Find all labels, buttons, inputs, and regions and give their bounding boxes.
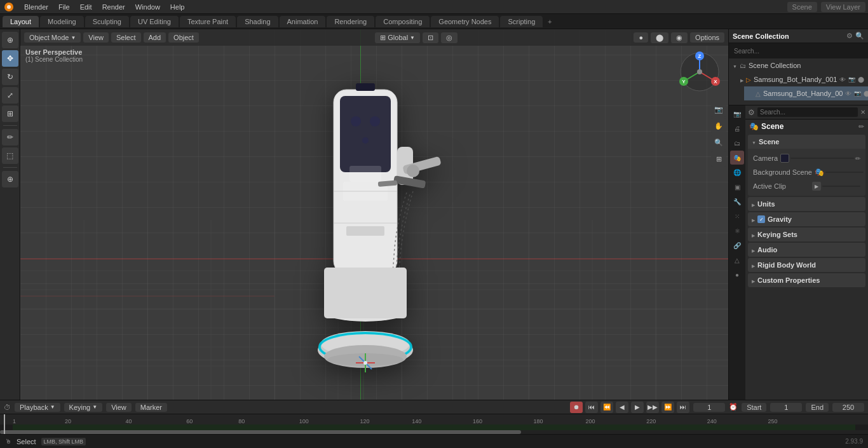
render-icon-000[interactable]: ⬤ xyxy=(864,90,868,97)
end-frame-input[interactable]: 250 xyxy=(832,403,864,412)
search-icon[interactable]: 🔍 xyxy=(855,32,864,40)
cursor-tool[interactable]: ⊕ xyxy=(2,32,18,48)
menu-edit[interactable]: Edit xyxy=(75,2,97,12)
add-workspace-tab[interactable]: + xyxy=(544,16,555,27)
record-btn[interactable]: ⏺ xyxy=(570,402,583,413)
tab-rendering[interactable]: Rendering xyxy=(327,16,374,27)
add-object-tool[interactable]: ⊕ xyxy=(2,171,18,187)
overlay-btn[interactable]: ⬤ xyxy=(651,32,668,43)
rotate-tool[interactable]: ↻ xyxy=(2,69,18,85)
props-data-btn[interactable]: △ xyxy=(730,253,744,267)
active-clip-value[interactable] xyxy=(822,186,860,187)
menu-blender[interactable]: Blender xyxy=(19,2,53,12)
props-render-btn[interactable]: 📷 xyxy=(730,107,744,121)
viewport-3d[interactable]: Object Mode ▼ View Select Add Object ⊞ G… xyxy=(20,29,728,400)
prev-keyframe-btn[interactable]: ⏪ xyxy=(600,402,613,413)
select-menu-btn[interactable]: Select xyxy=(111,32,141,43)
next-keyframe-btn[interactable]: ⏩ xyxy=(661,402,674,413)
scale-tool[interactable]: ⤢ xyxy=(2,87,18,104)
gravity-section-header[interactable]: Gravity xyxy=(748,212,865,226)
tab-texture-paint[interactable]: Texture Paint xyxy=(180,16,236,27)
zoom-btn[interactable]: 🔍 xyxy=(711,135,726,150)
menu-render[interactable]: Render xyxy=(97,2,130,12)
marker-btn[interactable]: Marker xyxy=(135,403,167,412)
camera-edit-icon[interactable]: ✏ xyxy=(855,155,860,162)
viewport-shading-btn[interactable]: ● xyxy=(634,32,648,43)
view-btn[interactable]: View xyxy=(106,403,132,412)
transform-tool[interactable]: ⊞ xyxy=(2,105,18,122)
rigid-body-header[interactable]: Rigid Body World xyxy=(748,258,865,272)
audio-header[interactable]: Audio xyxy=(748,243,865,257)
options-btn[interactable]: Options xyxy=(690,32,724,43)
current-frame-input[interactable]: 1 xyxy=(693,403,725,412)
props-close-icon[interactable]: ✕ xyxy=(860,109,865,116)
object-menu-btn[interactable]: Object xyxy=(168,32,199,43)
props-scene-btn[interactable]: 🎭 xyxy=(730,151,744,165)
keying-sets-header[interactable]: Keying Sets xyxy=(748,227,865,241)
tab-layout[interactable]: Layout xyxy=(3,16,39,27)
keying-btn[interactable]: Keying ▼ xyxy=(64,403,103,412)
menu-window[interactable]: Window xyxy=(130,2,165,12)
tab-shading[interactable]: Shading xyxy=(237,16,278,27)
snap-btn[interactable]: ⊡ xyxy=(423,32,438,43)
bg-scene-value[interactable] xyxy=(825,172,864,173)
scene-section-header[interactable]: Scene xyxy=(748,135,865,149)
camera-restrict-icon-001[interactable]: 📷 xyxy=(848,76,855,83)
props-particles-btn[interactable]: ⁙ xyxy=(730,209,744,223)
tab-scripting[interactable]: Scripting xyxy=(500,16,543,27)
quad-view-btn[interactable]: ⊞ xyxy=(711,151,726,166)
menu-help[interactable]: Help xyxy=(165,2,190,12)
visibility-icon-000[interactable]: 👁 xyxy=(845,90,851,97)
custom-props-header[interactable]: Custom Properties xyxy=(748,273,865,287)
start-frame-input[interactable]: 1 xyxy=(770,403,802,412)
tab-sculpting[interactable]: Sculpting xyxy=(85,16,129,27)
timeline-scrollbar-thumb[interactable] xyxy=(0,430,521,434)
add-menu-btn[interactable]: Add xyxy=(144,32,166,43)
play-btn[interactable]: ▶ xyxy=(631,402,644,413)
props-physics-btn[interactable]: ⚛ xyxy=(730,224,744,238)
skip-start-btn[interactable]: ⏮ xyxy=(585,402,598,413)
tab-modeling[interactable]: Modeling xyxy=(40,16,84,27)
menu-file[interactable]: File xyxy=(53,2,75,12)
navigation-gizmo[interactable]: Z X Y xyxy=(677,50,722,94)
camera-value[interactable] xyxy=(790,158,854,159)
tab-compositing[interactable]: Compositing xyxy=(376,16,430,27)
tab-uv-editing[interactable]: UV Editing xyxy=(130,16,179,27)
next-frame-btn[interactable]: ▶▶ xyxy=(646,402,659,413)
tab-geometry-nodes[interactable]: Geometry Nodes xyxy=(431,16,499,27)
units-section-header[interactable]: Units xyxy=(748,197,865,211)
camera-view-btn[interactable]: 📷 xyxy=(711,102,726,117)
skip-end-btn[interactable]: ⏭ xyxy=(677,402,689,413)
annotate-tool[interactable]: ✏ xyxy=(2,129,18,146)
hand-pan-btn[interactable]: ✋ xyxy=(711,118,726,133)
visibility-icon-001[interactable]: 👁 xyxy=(839,76,846,83)
gravity-checkbox[interactable] xyxy=(757,215,765,223)
render-icon-001[interactable]: ⬤ xyxy=(858,76,864,83)
scene-props-edit-icon[interactable]: ✏ xyxy=(858,123,864,131)
outliner-search-input[interactable] xyxy=(731,44,865,57)
prev-frame-btn[interactable]: ◀ xyxy=(616,402,628,413)
props-material-btn[interactable]: ● xyxy=(730,268,744,282)
filter-icon[interactable]: ⚙ xyxy=(846,32,853,40)
props-output-btn[interactable]: 🖨 xyxy=(730,121,744,135)
measure-tool[interactable]: ⬚ xyxy=(2,147,18,164)
move-tool[interactable]: ✥ xyxy=(2,50,18,67)
props-filter-icon[interactable]: ⚙ xyxy=(748,108,755,117)
outliner-item-samsung-000[interactable]: △ Samsung_Bot_Handy_00 👁 📷 ⬤ xyxy=(744,86,868,100)
tab-animation[interactable]: Animation xyxy=(280,16,326,27)
outliner-scene-collection[interactable]: 🗂 Scene Collection xyxy=(729,58,868,72)
camera-restrict-icon-000[interactable]: 📷 xyxy=(854,90,861,97)
outliner-item-samsung-001[interactable]: ▷ Samsung_Bot_Handy_001 👁 📷 ⬤ xyxy=(736,72,868,86)
props-object-btn[interactable]: ▣ xyxy=(730,180,744,194)
playback-btn[interactable]: Playback ▼ xyxy=(15,403,60,412)
transform-global-btn[interactable]: ⊞ Global ▼ xyxy=(375,32,420,43)
xray-btn[interactable]: ◉ xyxy=(671,32,688,43)
props-world-btn[interactable]: 🌐 xyxy=(730,165,744,179)
object-mode-btn[interactable]: Object Mode ▼ xyxy=(24,32,81,43)
view-layer-selector[interactable]: View Layer xyxy=(821,2,865,12)
props-constraint-btn[interactable]: 🔗 xyxy=(730,238,744,252)
view-menu-btn[interactable]: View xyxy=(83,32,109,43)
props-viewlayer-btn[interactable]: 🗂 xyxy=(730,136,744,150)
props-modifier-btn[interactable]: 🔧 xyxy=(730,194,744,208)
active-clip-btn[interactable]: ▶ xyxy=(812,182,821,191)
